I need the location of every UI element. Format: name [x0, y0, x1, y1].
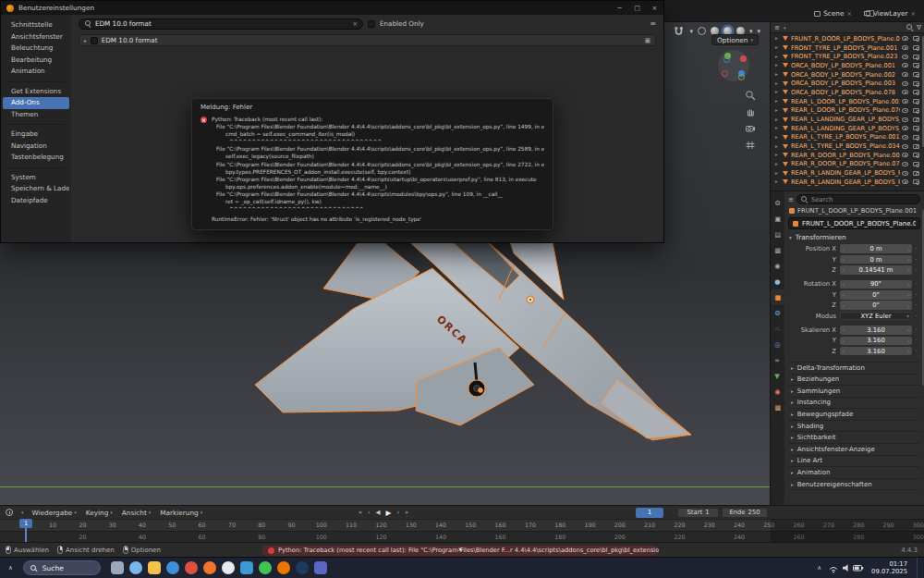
- decrement-arrow[interactable]: ‹: [840, 338, 846, 344]
- animate-property-dot[interactable]: ·: [912, 301, 920, 309]
- axis-y-neg-dot[interactable]: [738, 74, 745, 80]
- outliner-row[interactable]: ▸FRUNT_R_DOOR_LP_BODYS_Plane.07: [771, 34, 921, 43]
- editor-dropdown-icon[interactable]: ▾: [784, 25, 786, 31]
- expand-icon[interactable]: ▸: [775, 80, 780, 88]
- addon-search-field[interactable]: EDM 10.0 format ×: [79, 18, 363, 30]
- disable-render-icon[interactable]: [913, 72, 919, 77]
- hide-viewport-icon[interactable]: [902, 135, 908, 140]
- outliner-row[interactable]: ▸REAR_L_TYRE_LP_BODYS_Plane.001: [771, 133, 921, 142]
- properties-tab-scene[interactable]: ◉: [771, 258, 784, 274]
- expand-icon[interactable]: ▸: [775, 169, 780, 178]
- properties-tab-physics[interactable]: ◎: [771, 337, 784, 352]
- outliner-row[interactable]: ▸REAR_L_DOOR_LP_BODYS_Plane.076: [771, 106, 921, 116]
- outliner-search-icon[interactable]: [906, 24, 913, 31]
- snap-magnet-icon[interactable]: [673, 25, 685, 37]
- rotation-mode-dropdown[interactable]: XYZ Euler▾: [840, 312, 912, 321]
- disable-render-icon[interactable]: [913, 99, 919, 104]
- tray-overflow-icon[interactable]: ∧: [817, 564, 821, 572]
- animate-property-dot[interactable]: ·: [912, 291, 920, 299]
- hide-viewport-icon[interactable]: [902, 179, 908, 184]
- outliner-row[interactable]: ▸REAR_R_LANDIN_GEAR_LP_BODYS_Pl: [771, 168, 921, 178]
- expand-icon[interactable]: ▸: [84, 38, 87, 43]
- disable-render-icon[interactable]: [913, 55, 919, 59]
- hide-viewport-icon[interactable]: [902, 72, 908, 77]
- prefs-menu-icon[interactable]: ≡: [650, 19, 656, 28]
- prefs-sidebar-item[interactable]: Navigation: [3, 141, 69, 153]
- increment-arrow[interactable]: ›: [906, 326, 912, 333]
- outliner-row[interactable]: ▸REAR_L_DOOR_LP_BODYS_Plane.001: [771, 97, 921, 106]
- increment-arrow[interactable]: ›: [906, 246, 912, 252]
- expand-icon[interactable]: ▸: [775, 124, 780, 132]
- taskbar-app-steam[interactable]: [296, 561, 309, 574]
- properties-tab-view-layer[interactable]: ▦: [771, 242, 784, 258]
- increment-arrow[interactable]: ›: [906, 281, 912, 288]
- panel-header[interactable]: ▸Shading: [788, 421, 920, 433]
- prefs-sidebar-item[interactable]: Bearbeitung: [3, 55, 69, 67]
- properties-tab-world[interactable]: ●: [771, 274, 784, 289]
- properties-editor-icon[interactable]: ≡: [788, 196, 794, 203]
- outliner-editor-icon[interactable]: ≡: [774, 24, 780, 31]
- disable-render-icon[interactable]: [913, 90, 919, 94]
- animate-property-dot[interactable]: ·: [912, 245, 920, 252]
- addon-row[interactable]: ▸ EDM 10.0 format ▣: [79, 34, 656, 46]
- close-button[interactable]: ×: [646, 1, 663, 15]
- play-reverse-button[interactable]: ◀: [376, 509, 381, 516]
- expand-icon[interactable]: ▸: [775, 97, 780, 105]
- taskbar-app-obs[interactable]: [222, 561, 235, 574]
- play-button[interactable]: ▶: [386, 509, 392, 517]
- disable-render-icon[interactable]: [913, 36, 919, 41]
- taskbar-app-blender[interactable]: [277, 561, 290, 574]
- outliner-row[interactable]: ▸REAR_R_DOOR_LP_BODYS_Plane.001: [771, 151, 921, 160]
- taskbar-app-widgets[interactable]: [129, 561, 142, 574]
- prefs-sidebar-item[interactable]: Get Extensions: [3, 86, 69, 98]
- preferences-titlebar[interactable]: Benutzereinstellungen ─ □ ×: [1, 1, 663, 15]
- editor-dropdown-icon[interactable]: ▾: [21, 510, 24, 515]
- minimize-button[interactable]: ─: [611, 1, 628, 15]
- disable-render-icon[interactable]: [913, 63, 919, 68]
- expand-icon[interactable]: ▸: [775, 70, 780, 79]
- hide-viewport-icon[interactable]: [902, 117, 908, 122]
- taskbar-app-firefox[interactable]: [203, 561, 216, 574]
- outliner-row[interactable]: ▸FRONT_TYRE_LP_BODYS_Plane.001: [771, 43, 921, 53]
- panel-header[interactable]: ▸Sammlungen: [788, 386, 920, 398]
- decrement-arrow[interactable]: ‹: [840, 302, 846, 309]
- axis-z-neg-dot[interactable]: [723, 56, 730, 63]
- panel-header[interactable]: ▸Line Art: [788, 456, 920, 468]
- decrement-arrow[interactable]: ‹: [840, 281, 846, 288]
- properties-tab-tool[interactable]: ⚙: [771, 195, 784, 211]
- dropdown-arrow[interactable]: ▾: [905, 313, 911, 319]
- properties-tab-material[interactable]: ◉: [771, 384, 784, 400]
- camera-view-icon[interactable]: [744, 122, 756, 134]
- panel-header[interactable]: ▸Animation: [788, 467, 920, 479]
- overlays-dropdown-icon[interactable]: ▾: [757, 28, 760, 35]
- hide-viewport-icon[interactable]: [902, 81, 908, 86]
- outliner-row[interactable]: ▸ORCA_BODY_LP_BODYS_Plane.001: [771, 61, 921, 70]
- axis-x-dot[interactable]: [740, 55, 747, 62]
- taskbar-app-chrome[interactable]: [185, 561, 198, 574]
- panel-header[interactable]: ▸Benutzereigenschaften: [788, 479, 920, 491]
- decrement-arrow[interactable]: ‹: [840, 256, 846, 263]
- disable-render-icon[interactable]: [913, 45, 919, 50]
- outliner-filter-icon[interactable]: ∇: [917, 24, 921, 31]
- prefs-sidebar-item[interactable]: Ansichtsfenster: [3, 31, 69, 43]
- outliner-row[interactable]: ▸ORCA_BODY_LP_BODYS_Plane.002: [771, 70, 921, 80]
- outliner-row[interactable]: ▸REAR_R_LANDIN_GEAR_LP_BODYS_Pl: [771, 178, 921, 187]
- decrement-arrow[interactable]: ‹: [840, 246, 846, 252]
- prefs-sidebar-item[interactable]: Speichern & Laden: [3, 183, 69, 195]
- hide-viewport-icon[interactable]: [902, 45, 908, 50]
- animate-property-dot[interactable]: ·: [912, 280, 920, 288]
- animate-property-dot[interactable]: ·: [912, 326, 920, 334]
- toggle-perspective-icon[interactable]: [744, 139, 756, 151]
- animate-property-dot[interactable]: ·: [912, 348, 920, 355]
- playhead-badge[interactable]: 1: [19, 519, 32, 528]
- expand-icon[interactable]: ▸: [775, 53, 780, 61]
- properties-tab-object[interactable]: ■: [771, 289, 784, 305]
- disable-render-icon[interactable]: [913, 171, 919, 176]
- value-field[interactable]: ‹0.14541 m›: [840, 265, 912, 275]
- increment-arrow[interactable]: ›: [906, 266, 912, 273]
- animate-property-dot[interactable]: ·: [912, 256, 920, 264]
- prefs-sidebar-item[interactable]: Add-Ons: [3, 97, 69, 109]
- prefs-sidebar-item[interactable]: Dateipfade: [3, 195, 69, 207]
- scene-unlink-icon[interactable]: ×: [846, 10, 851, 18]
- panel-header[interactable]: ▸Sichtbarkeit: [788, 432, 920, 444]
